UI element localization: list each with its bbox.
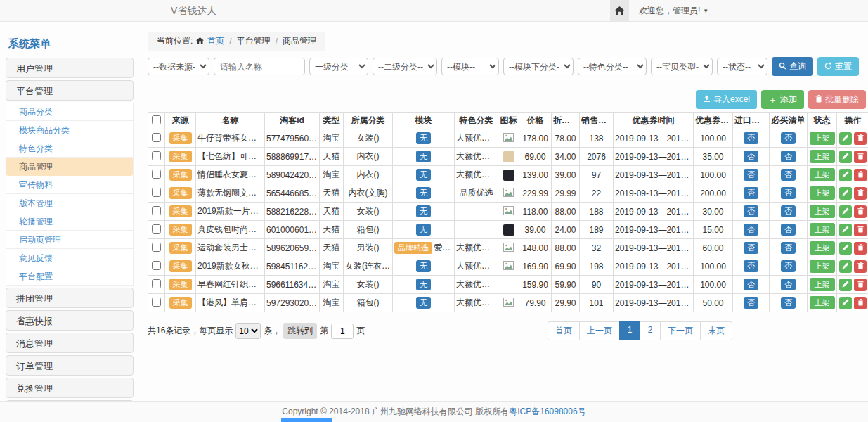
row-checkbox[interactable] — [152, 224, 161, 234]
delete-button[interactable] — [854, 169, 867, 181]
sidebar-item-4[interactable]: 特色分类 — [6, 139, 133, 158]
delete-button[interactable] — [854, 205, 867, 218]
select-all-checkbox[interactable] — [152, 115, 161, 124]
status-toggle[interactable]: 上架 — [810, 223, 835, 236]
must-buy-toggle[interactable]: 否 — [781, 242, 796, 254]
pager-page-2[interactable]: 2 — [640, 321, 661, 340]
status-toggle[interactable]: 上架 — [810, 132, 835, 145]
pager-last[interactable]: 末页 — [700, 321, 732, 340]
status-toggle[interactable]: 上架 — [810, 168, 835, 181]
home-button[interactable] — [610, 0, 629, 22]
edit-button[interactable] — [839, 151, 852, 163]
pager-next[interactable]: 下一页 — [660, 321, 701, 340]
edit-button[interactable] — [839, 224, 852, 236]
sidebar-item-7[interactable]: 版本管理 — [6, 194, 133, 212]
pager-page-1[interactable]: 1 — [619, 321, 640, 340]
must-buy-toggle[interactable]: 否 — [781, 169, 796, 181]
row-checkbox[interactable] — [152, 298, 161, 307]
jump-page-input[interactable] — [331, 324, 354, 339]
filter-item-type-select[interactable]: --宝贝类型-- — [651, 58, 713, 75]
row-checkbox[interactable] — [152, 206, 161, 215]
must-buy-toggle[interactable]: 否 — [781, 224, 796, 236]
filter-feature-select[interactable]: --特色分类-- — [578, 58, 647, 75]
status-toggle[interactable]: 上架 — [810, 205, 835, 218]
sidebar-item-12[interactable]: 拼团管理 — [6, 288, 134, 308]
must-buy-toggle[interactable]: 否 — [781, 132, 796, 144]
sidebar-item-11[interactable]: 平台配置 — [6, 267, 133, 286]
must-buy-toggle[interactable]: 否 — [781, 151, 796, 162]
status-toggle[interactable]: 上架 — [810, 150, 835, 163]
delete-button[interactable] — [854, 297, 867, 309]
row-checkbox[interactable] — [152, 261, 161, 270]
import-select-toggle[interactable]: 否 — [744, 151, 758, 162]
batch-delete-button[interactable]: 批量删除 — [808, 90, 866, 109]
row-checkbox[interactable] — [152, 133, 161, 142]
must-buy-toggle[interactable]: 否 — [781, 260, 796, 272]
add-button[interactable]: ＋ 添加 — [761, 90, 804, 109]
filter-module-select[interactable]: --模块-- — [441, 58, 499, 75]
edit-button[interactable] — [839, 242, 852, 255]
edit-button[interactable] — [839, 279, 852, 291]
status-toggle[interactable]: 上架 — [810, 278, 835, 291]
status-toggle[interactable]: 上架 — [810, 260, 835, 273]
jump-button[interactable]: 跳转到 — [283, 323, 317, 339]
reset-button[interactable]: 重置 — [817, 57, 859, 76]
delete-button[interactable] — [854, 151, 867, 163]
import-select-toggle[interactable]: 否 — [744, 260, 758, 272]
sidebar-item-5[interactable]: 商品管理 — [6, 158, 133, 176]
name-search-input[interactable] — [214, 58, 305, 75]
import-select-toggle[interactable]: 否 — [744, 224, 758, 236]
delete-button[interactable] — [854, 224, 867, 236]
sidebar-item-0[interactable]: 用户管理 — [6, 58, 134, 78]
sidebar-item-15[interactable]: 订单管理 — [6, 355, 134, 376]
delete-button[interactable] — [854, 187, 867, 200]
sidebar-item-13[interactable]: 省惠快报 — [6, 310, 134, 331]
edit-button[interactable] — [839, 132, 852, 145]
import-excel-button[interactable]: 导入excel — [696, 90, 757, 109]
sidebar-item-9[interactable]: 启动页管理 — [6, 231, 133, 249]
per-page-select[interactable]: 10 — [235, 323, 261, 339]
filter-category2-select[interactable]: --二级分类-- — [373, 58, 437, 75]
sidebar-item-2[interactable]: 商品分类 — [6, 103, 133, 121]
import-select-toggle[interactable]: 否 — [744, 279, 758, 290]
edit-button[interactable] — [839, 187, 852, 200]
delete-button[interactable] — [854, 132, 867, 145]
import-select-toggle[interactable]: 否 — [744, 169, 758, 181]
status-toggle[interactable]: 上架 — [810, 241, 835, 255]
pager-prev[interactable]: 上一页 — [579, 321, 620, 340]
row-checkbox[interactable] — [152, 170, 161, 179]
sidebar-item-10[interactable]: 意见反馈 — [6, 249, 133, 267]
user-menu[interactable]: 欢迎您，管理员! ▼ — [639, 5, 708, 17]
import-select-toggle[interactable]: 否 — [744, 205, 758, 217]
filter-module-sub-select[interactable]: --模块下分类-- — [503, 58, 574, 75]
row-checkbox[interactable] — [152, 279, 161, 288]
filter-category1-select[interactable]: 一级分类 — [309, 58, 368, 75]
sidebar-item-1[interactable]: 平台管理 — [6, 80, 134, 101]
edit-button[interactable] — [839, 297, 852, 309]
status-toggle[interactable]: 上架 — [810, 186, 835, 200]
sidebar-item-6[interactable]: 宣传物料 — [6, 176, 133, 194]
scrollbar-thumb[interactable] — [281, 418, 332, 422]
import-select-toggle[interactable]: 否 — [744, 132, 758, 144]
sidebar-item-16[interactable]: 兑换管理 — [6, 378, 134, 398]
import-select-toggle[interactable]: 否 — [744, 297, 758, 309]
delete-button[interactable] — [854, 242, 867, 255]
must-buy-toggle[interactable]: 否 — [781, 297, 796, 309]
row-checkbox[interactable] — [152, 188, 161, 197]
import-select-toggle[interactable]: 否 — [744, 242, 758, 254]
sidebar-item-8[interactable]: 轮播管理 — [6, 212, 133, 231]
edit-button[interactable] — [839, 260, 852, 273]
must-buy-toggle[interactable]: 否 — [781, 279, 796, 290]
import-select-toggle[interactable]: 否 — [744, 187, 758, 199]
status-toggle[interactable]: 上架 — [810, 296, 835, 309]
must-buy-toggle[interactable]: 否 — [781, 187, 796, 199]
edit-button[interactable] — [839, 169, 852, 181]
row-checkbox[interactable] — [152, 243, 161, 252]
pager-first[interactable]: 首页 — [548, 321, 580, 340]
delete-button[interactable] — [854, 279, 867, 291]
edit-button[interactable] — [839, 205, 852, 218]
filter-status-select[interactable]: --状态-- — [717, 58, 767, 75]
sidebar-item-3[interactable]: 模块商品分类 — [6, 121, 133, 139]
filter-source-select[interactable]: --数据来源-- — [148, 58, 209, 75]
breadcrumb-home-link[interactable]: 首页 — [207, 35, 224, 47]
